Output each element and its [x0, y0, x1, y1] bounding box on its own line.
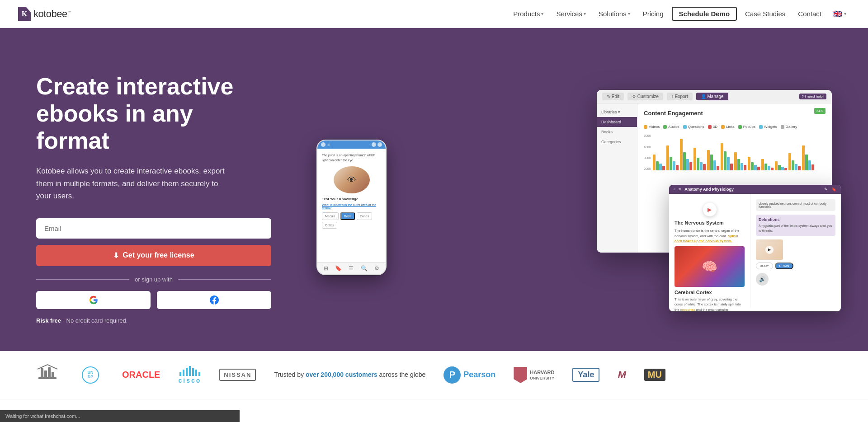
google-icon — [89, 295, 98, 305]
def-text: Amygdala: part of the limbic system alwa… — [759, 224, 833, 233]
tab-export[interactable]: ↑ Export — [667, 93, 693, 100]
risk-free-strong: Risk free — [36, 317, 61, 324]
ebook-highlight: Spinal cord makes up the nervous system. — [675, 234, 738, 243]
footer-icon-2: 🔖 — [335, 265, 342, 272]
nissan-text: NISSAN — [219, 369, 256, 381]
video-thumbnail[interactable]: ▶ — [756, 239, 783, 260]
mobile-bar: ≡ — [317, 141, 386, 149]
products-chevron: ▾ — [541, 11, 543, 16]
nissan-logo: NISSAN — [219, 369, 256, 381]
tab-manage[interactable]: 👤 Manage — [696, 93, 728, 100]
cta-button[interactable]: ⬇ Get your free license — [36, 245, 271, 266]
nav-solutions[interactable]: Solutions ▾ — [594, 7, 635, 20]
nav-services[interactable]: Services ▾ — [552, 7, 590, 20]
pearson-circle: P — [443, 366, 461, 384]
facebook-signup-button[interactable] — [157, 291, 271, 309]
nav-logo[interactable]: K kotobee™ — [18, 7, 71, 21]
quiz-question: What is located in the outer area of the… — [322, 203, 381, 210]
nav-links: Products ▾ Services ▾ Solutions ▾ Pricin… — [509, 7, 850, 21]
undp-logo: UNDP — [77, 366, 104, 384]
mu-text: MU — [644, 369, 665, 381]
trust-link[interactable]: over 200,000 customers — [306, 371, 377, 378]
hero-section: Create interactive ebooks in any format … — [0, 28, 868, 351]
answer-macula[interactable]: Macula — [322, 212, 339, 220]
ebook-title: Anatomy And Physiology — [684, 187, 821, 192]
harvard-name: HARVARD — [530, 370, 554, 375]
status-text: Waiting for wchat.freshchat.com... — [5, 413, 80, 419]
google-signup-button[interactable] — [36, 291, 151, 309]
lang-chevron: ▾ — [844, 11, 846, 16]
body-buttons: BODY BRAIN — [756, 263, 835, 269]
legend-3d: 3D — [708, 125, 717, 129]
answer-optics[interactable]: Optics — [322, 222, 337, 229]
trust-suffix: across the globe — [379, 371, 426, 378]
footer-icon-4: 🔍 — [361, 265, 368, 272]
legend-links: Links — [721, 125, 735, 129]
eye-illustration: 👁 — [334, 166, 370, 193]
help-btn[interactable]: ? I need help! — [799, 94, 826, 99]
no-credit-text: - No credit card required. — [63, 317, 128, 324]
risk-free-text: Risk free - No credit card required. — [36, 317, 271, 324]
mobile-dots-right — [372, 142, 382, 147]
products-label: Products — [513, 10, 540, 18]
hero-subtitle: Kotobee allows you to create interactive… — [36, 165, 226, 202]
answer-rods[interactable]: Rods — [340, 212, 355, 220]
facebook-icon — [210, 295, 219, 305]
chart-title: Content Engagement — [644, 110, 703, 117]
mobile-footer: ⊞ 🔖 ☰ 🔍 ⚙ — [317, 262, 386, 274]
legend-gallery: Gallery — [781, 125, 797, 129]
gf-icon — [36, 364, 59, 386]
quiz-title: Test Your Knowledge — [322, 197, 381, 201]
trust-text: Trusted by over 200,000 customers across… — [274, 370, 425, 380]
play-button[interactable]: ▶ — [703, 203, 717, 216]
tab-customize[interactable]: ⚙ Customize — [627, 93, 663, 100]
sidebar-categories[interactable]: Categories — [597, 137, 637, 147]
ebook-bookmark-icon: 🔖 — [831, 187, 836, 192]
neocortex-link[interactable]: neocortex — [680, 308, 695, 312]
gf-logo — [36, 364, 59, 386]
sidebar-books[interactable]: Books — [597, 127, 637, 137]
case-studies-label: Case Studies — [745, 10, 785, 18]
legend-widgets: Widgets — [759, 125, 777, 129]
navbar: K kotobee™ Products ▾ Services ▾ Solutio… — [0, 0, 868, 28]
svg-rect-2 — [44, 370, 47, 377]
hero-title-line1: Create interactive — [36, 73, 233, 99]
ebook-section1-title: The Nervous System — [675, 220, 745, 225]
ebook-bar: ‹ ≡ Anatomy And Physiology ✎ 🔖 — [669, 185, 841, 194]
body-btn[interactable]: BODY — [756, 263, 773, 269]
ebook-right-panel: closely packed neurons control most of o… — [750, 194, 841, 308]
sidebar-libraries[interactable]: Libraries ▾ — [597, 107, 637, 117]
email-input[interactable] — [36, 218, 271, 239]
ebook-section2-title: Cerebral Cortex — [675, 290, 745, 295]
tab-edit[interactable]: ✎ Edit — [602, 93, 624, 100]
contact-label: Contact — [798, 10, 821, 18]
nav-products[interactable]: Products ▾ — [509, 7, 548, 20]
chart-bars — [653, 134, 814, 170]
mobile-content: The pupil is an opening through which li… — [317, 149, 386, 233]
demo-label: Schedule Demo — [679, 10, 730, 18]
ebook-section2-text: This is an outer layer of grey, covering… — [675, 297, 745, 311]
hero-left: Create interactive ebooks in any format … — [36, 73, 271, 324]
answer-cones[interactable]: Cones — [357, 212, 372, 220]
nav-schedule-demo[interactable]: Schedule Demo — [672, 7, 737, 21]
xls-button[interactable]: XLS — [814, 108, 826, 114]
brain-btn[interactable]: BRAIN — [775, 263, 793, 269]
legend-questions: Questions — [683, 125, 704, 129]
mn-text: M — [618, 369, 626, 381]
status-bar: Waiting for wchat.freshchat.com... — [0, 410, 240, 422]
svg-rect-3 — [48, 367, 51, 377]
sidebar-dashboard[interactable]: Dashboard — [597, 117, 637, 127]
sound-button[interactable]: 🔊 — [756, 273, 769, 286]
harvard-logo: HARVARD UNIVERSITY — [514, 367, 554, 383]
nav-contact[interactable]: Contact — [793, 7, 826, 20]
logo-tm: ™ — [67, 10, 71, 14]
mobile-mockup: ≡ The pupil is an opening through which … — [316, 140, 387, 275]
nav-case-studies[interactable]: Case Studies — [741, 7, 790, 20]
mobile-text: The pupil is an opening through which li… — [322, 153, 381, 163]
mu-logo: MU — [644, 369, 665, 381]
hero-title-line2: ebooks in any format — [36, 100, 193, 154]
language-selector[interactable]: 🇬🇧 ▾ — [830, 8, 850, 20]
mobile-dot-1 — [321, 142, 326, 147]
logo-text: kotobee™ — [33, 8, 71, 20]
nav-pricing[interactable]: Pricing — [638, 7, 668, 20]
